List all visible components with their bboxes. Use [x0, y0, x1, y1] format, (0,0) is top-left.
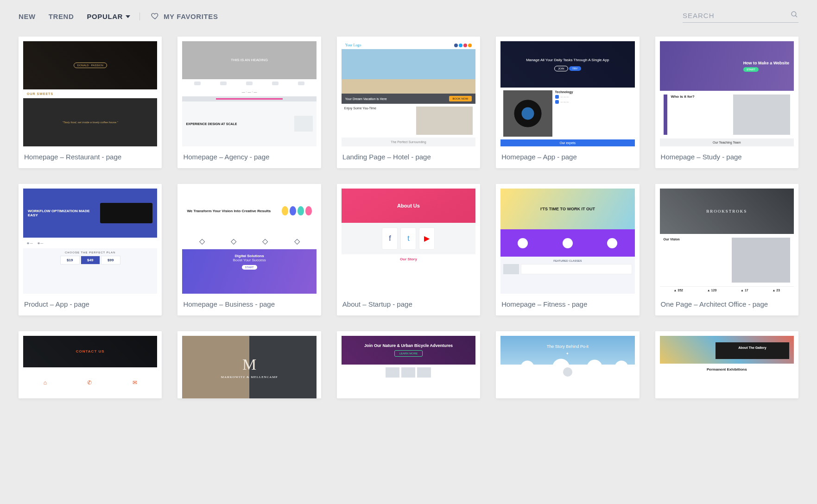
thumb-text: We Transform Your Vision Into Creative R…: [187, 209, 278, 213]
thumb-text: Join Our Nature & Urban Bicycle Adventur…: [364, 343, 453, 348]
thumb-text: Enjoy Some You-Time: [344, 107, 413, 110]
template-thumb: DONALD · PASSION OUR SWEETS "Tasty food,…: [19, 37, 162, 146]
template-card[interactable]: WORKFLOW OPTIMIZATION MADE EASY ⊕ —⊕ — C…: [19, 184, 162, 315]
thumb-text: CHOOSE THE PERFECT PLAN: [26, 251, 154, 254]
thumb-text: 352: [678, 289, 683, 292]
thumb-text: Digital Solutions: [187, 254, 311, 258]
template-thumb: BROOKSTROKS Our Vision ▲ 352 ▲ 120 ▲ 17 …: [655, 184, 798, 294]
thumb-text: Boost Your Success: [187, 258, 311, 262]
thumb-text: CONTACT US: [76, 349, 105, 353]
thumb-text: FEATURED CLASSES: [503, 259, 632, 262]
thumb-text: Our Vision: [664, 238, 728, 241]
template-card[interactable]: We Transform Your Vision Into Creative R…: [177, 184, 321, 315]
thumb-text: $49: [81, 256, 100, 265]
thumb-text: "Tasty food, set inside a lovely coffee …: [23, 98, 157, 146]
template-card[interactable]: About Us f t ▶ Our Story About – Startup…: [337, 184, 480, 315]
thumb-text: I'TS TIME TO WORK IT OUT: [540, 207, 595, 211]
template-card[interactable]: CONTACT US ⌂✆✉: [19, 331, 162, 398]
thumb-text: About The Gallery: [719, 346, 785, 349]
svg-point-0: [792, 12, 796, 16]
search-icon: [790, 10, 798, 20]
thumb-text: EXPERIENCE DESIGN AT SCALE: [186, 122, 290, 126]
thumb-text: Your Logo: [345, 43, 361, 47]
thumb-text: About Us: [397, 203, 420, 208]
template-thumb: CONTACT US ⌂✆✉: [19, 331, 162, 398]
template-title: Homepage – App - page: [496, 146, 639, 168]
template-thumb: About Us f t ▶ Our Story: [337, 184, 480, 294]
template-title: About – Startup - page: [337, 294, 480, 315]
thumb-text: $19: [60, 256, 80, 265]
template-title: Homepage – Fitness - page: [496, 294, 639, 315]
template-title: Homepage – Restaurant - page: [19, 146, 162, 168]
thumb-text: BOOK NOW: [449, 96, 472, 101]
template-card[interactable]: About The Gallery Permanent Exhibitions: [655, 331, 798, 398]
template-card[interactable]: Join Our Nature & Urban Bicycle Adventur…: [337, 331, 480, 398]
svg-line-1: [795, 15, 797, 17]
thumb-text: OUR SWEETS: [23, 89, 157, 98]
template-card[interactable]: BROOKSTROKS Our Vision ▲ 352 ▲ 120 ▲ 17 …: [655, 184, 798, 315]
filter-new[interactable]: NEW: [19, 13, 36, 20]
template-title: One Page – Architect Office - page: [655, 294, 798, 315]
template-card[interactable]: MMARKOWITZ & MELLENCAMP: [177, 331, 321, 398]
thumb-text: WORKFLOW OPTIMIZATION MADE EASY: [28, 209, 96, 217]
thumb-text: How to Make a Website: [743, 61, 789, 65]
my-favorites-link[interactable]: MY FAVORITES: [151, 12, 218, 21]
template-card[interactable]: Your Logo Your Dream Vacation is HereBOO…: [337, 37, 480, 168]
search-input[interactable]: [683, 12, 790, 19]
template-title: Homepage – Business - page: [177, 294, 321, 315]
template-card[interactable]: How to Make a WebsiteSTART Who is it for…: [655, 37, 798, 168]
thumb-text: MARKOWITZ & MELLENCAMP: [221, 375, 278, 379]
thumb-text: 17: [745, 289, 748, 292]
thumb-text: THIS IS AN HEADING: [231, 58, 268, 62]
thumb-text: Manage All Your Daily Tasks Through A Si…: [526, 58, 609, 62]
template-title: Landing Page – Hotel - page: [337, 146, 480, 168]
thumb-text: Technology: [555, 90, 632, 94]
template-thumb: MMARKOWITZ & MELLENCAMP: [177, 331, 321, 398]
template-thumb: The Story Behind Po·it✦: [496, 331, 639, 398]
filter-trend[interactable]: TREND: [49, 13, 74, 20]
thumb-text: BROOKSTROKS: [706, 209, 747, 214]
template-thumb: Join Our Nature & Urban Bicycle Adventur…: [337, 331, 480, 398]
template-thumb: Manage All Your Daily Tasks Through A Si…: [496, 37, 639, 146]
template-grid: DONALD · PASSION OUR SWEETS "Tasty food,…: [0, 37, 817, 417]
thumb-text: The Perfect Surrounding: [342, 138, 475, 146]
thumb-text: 120: [711, 289, 717, 292]
thumb-text: Our Teaching Team: [660, 139, 794, 146]
thumb-text: Our Story: [344, 257, 473, 261]
thumb-text: Permanent Exhibitions: [660, 364, 794, 399]
filter-popular-label: POPULAR: [87, 13, 123, 20]
thumb-text: Our expets: [500, 139, 634, 146]
template-card[interactable]: DONALD · PASSION OUR SWEETS "Tasty food,…: [19, 37, 162, 168]
template-card[interactable]: The Story Behind Po·it✦: [496, 331, 639, 398]
template-title: Homepage – Agency - page: [177, 146, 321, 168]
thumb-text: The Story Behind Po·it: [547, 344, 589, 349]
thumb-text: $99: [101, 256, 120, 265]
thumb-text: Who is it for?: [671, 94, 729, 99]
template-thumb: I'TS TIME TO WORK IT OUT FEATURED CLASSE…: [496, 184, 639, 294]
thumb-text: 23: [776, 289, 780, 292]
filter-tabs: NEW TREND POPULAR: [19, 13, 140, 20]
template-thumb: THIS IS AN HEADING — · — · — EXPERIENCE …: [177, 37, 321, 146]
favorites-label: MY FAVORITES: [164, 13, 218, 20]
template-thumb: Your Logo Your Dream Vacation is HereBOO…: [337, 37, 480, 146]
template-title: Product – App - page: [19, 294, 162, 315]
top-toolbar: NEW TREND POPULAR MY FAVORITES: [0, 0, 817, 37]
search-field[interactable]: [683, 10, 798, 23]
template-card[interactable]: Manage All Your Daily Tasks Through A Si…: [496, 37, 639, 168]
filter-popular[interactable]: POPULAR: [87, 13, 140, 20]
template-card[interactable]: I'TS TIME TO WORK IT OUT FEATURED CLASSE…: [496, 184, 639, 315]
caret-down-icon: [126, 15, 130, 18]
template-title: Homepage – Study - page: [655, 146, 798, 168]
template-thumb: We Transform Your Vision Into Creative R…: [177, 184, 321, 294]
thumb-text: Your Dream Vacation is Here: [345, 97, 387, 101]
thumb-text: LEARN MORE: [394, 350, 423, 357]
template-thumb: About The Gallery Permanent Exhibitions: [655, 331, 798, 398]
template-thumb: WORKFLOW OPTIMIZATION MADE EASY ⊕ —⊕ — C…: [19, 184, 162, 294]
template-card[interactable]: THIS IS AN HEADING — · — · — EXPERIENCE …: [177, 37, 321, 168]
heart-icon: [151, 12, 159, 21]
template-thumb: How to Make a WebsiteSTART Who is it for…: [655, 37, 798, 146]
